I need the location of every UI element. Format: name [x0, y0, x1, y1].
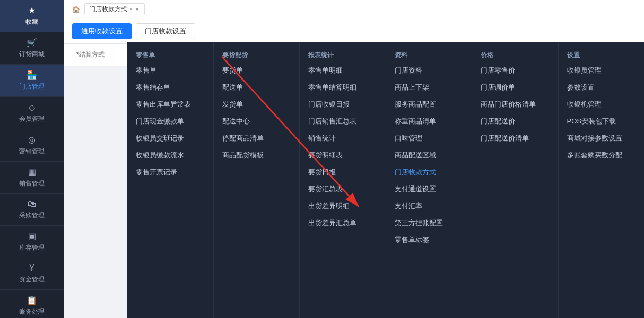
- dropdown-menu: 零售单 零售单 零售结存单 零售出库单异常表 门店现金缴款单 收银员交班记录 收…: [127, 42, 644, 318]
- menu-item-payment-rate[interactable]: 支付汇率: [386, 198, 472, 215]
- tab-bar: 通用收款设置 门店收款设置: [64, 19, 644, 44]
- menu-item-retail-invoice[interactable]: 零售开票记录: [127, 164, 213, 181]
- menu-item-service-goods[interactable]: 服务商品配置: [386, 96, 472, 113]
- sidebar-item-label: 资金管理: [19, 275, 45, 284]
- menu-item-retail-price[interactable]: 门店零售价: [472, 62, 558, 79]
- menu-item-sales-summary[interactable]: 门店销售汇总表: [300, 113, 386, 130]
- menu-item-retail-label[interactable]: 零售单标签: [386, 232, 472, 249]
- menu-col-retail: 零售单 零售单 零售结存单 零售出库单异常表 门店现金缴款单 收银员交班记录 收…: [127, 42, 214, 318]
- sidebar-item-favorites[interactable]: ★ 收藏: [0, 0, 64, 32]
- sidebar-item-label: 库存管理: [19, 243, 45, 252]
- sidebar-item-funds-mgmt[interactable]: ¥ 资金管理: [0, 258, 64, 290]
- menu-item-order-daily[interactable]: 要货日报: [300, 164, 386, 181]
- home-icon[interactable]: 🏠: [72, 6, 80, 13]
- menu-item-retail-abnormal[interactable]: 零售出库单异常表: [127, 96, 213, 113]
- menu-item-order[interactable]: 要货单: [214, 62, 300, 79]
- sidebar-item-label: 门店管理: [19, 82, 45, 91]
- sidebar-item-label: 账务处理: [19, 307, 45, 316]
- menu-item-param-settings[interactable]: 参数设置: [559, 79, 645, 96]
- current-tab: 门店收款方式 × ▼: [84, 3, 145, 15]
- sidebar-item-member-mgmt[interactable]: ◇ 会员管理: [0, 97, 64, 129]
- menu-item-cashier-machine[interactable]: 收银机管理: [559, 96, 645, 113]
- sidebar-item-label: 订货商城: [19, 50, 45, 59]
- menu-item-shipment[interactable]: 发货单: [214, 96, 300, 113]
- cart-icon: 🛒: [27, 38, 37, 48]
- menu-item-payment-method[interactable]: 门店收款方式: [386, 164, 472, 181]
- menu-item-retail-order[interactable]: 零售单: [127, 62, 213, 79]
- chart-icon: ▦: [28, 167, 36, 177]
- menu-item-retail-settle[interactable]: 零售结存单: [127, 79, 213, 96]
- menu-category-report: 报表统计: [300, 47, 386, 62]
- menu-item-delivery-area[interactable]: 商品配送区域: [386, 147, 472, 164]
- menu-item-stop-dist[interactable]: 停配商品清单: [214, 130, 300, 147]
- sidebar-item-label: 销售管理: [19, 179, 45, 188]
- sidebar-item-inventory-mgmt[interactable]: ▣ 库存管理: [0, 226, 64, 258]
- menu-item-retail-detail[interactable]: 零售单明细: [300, 62, 386, 79]
- sidebar-item-order-mall[interactable]: 🛒 订货商城: [0, 32, 64, 65]
- breadcrumb-bar: 🏠 门店收款方式 × ▼: [64, 0, 644, 19]
- menu-item-order-detail[interactable]: 要货明细表: [300, 147, 386, 164]
- target-icon: ◎: [28, 135, 36, 145]
- tab-close-button[interactable]: ×: [129, 6, 133, 12]
- box-icon: ▣: [28, 231, 36, 241]
- clipboard-icon: 📋: [27, 295, 37, 305]
- menu-item-third-party[interactable]: 第三方挂账配置: [386, 215, 472, 232]
- money-icon: ¥: [30, 263, 34, 273]
- sidebar-item-label: 会员管理: [19, 114, 45, 123]
- menu-item-sales-stat[interactable]: 销售统计: [300, 130, 386, 147]
- sidebar-item-marketing[interactable]: ◎ 营销管理: [0, 129, 64, 162]
- menu-item-multi-account[interactable]: 多账套购买数分配: [559, 147, 645, 164]
- menu-item-goods-template[interactable]: 商品配货模板: [214, 147, 300, 164]
- menu-item-pos-download[interactable]: POS安装包下载: [559, 113, 645, 130]
- menu-col-order-distribution: 要货配货 要货单 配送单 发货单 配送中心 停配商品清单 商品配货模板: [214, 42, 300, 318]
- menu-item-flavor[interactable]: 口味管理: [386, 130, 472, 147]
- menu-item-diff-summary[interactable]: 出货差异汇总单: [300, 215, 386, 232]
- menu-item-cashier-flow[interactable]: 收银员缴款流水: [127, 147, 213, 164]
- menu-item-retail-settle-detail[interactable]: 零售单结算明细: [300, 79, 386, 96]
- menu-col-report: 报表统计 零售单明细 零售单结算明细 门店收银日报 门店销售汇总表 销售统计 要…: [300, 42, 386, 318]
- menu-item-payment-channel[interactable]: 支付通道设置: [386, 181, 472, 198]
- menu-item-diff-detail[interactable]: 出货差异明细: [300, 198, 386, 215]
- menu-category-data: 资料: [386, 47, 472, 62]
- menu-category-retail: 零售单: [127, 47, 213, 62]
- main-area: 🏠 门店收款方式 × ▼ 通用收款设置 门店收款设置 *结算方式 *账户 币别 …: [64, 0, 644, 318]
- bag-icon: 🛍: [28, 199, 36, 209]
- menu-item-order-summary[interactable]: 要货汇总表: [300, 181, 386, 198]
- sidebar-item-purchase-mgmt[interactable]: 🛍 采购管理: [0, 194, 64, 226]
- sidebar-item-store-mgmt[interactable]: 🏪 门店管理: [0, 65, 64, 97]
- menu-category-settings: 设置: [559, 47, 645, 62]
- sidebar-item-label: 收藏: [25, 17, 38, 26]
- menu-item-price-adjust[interactable]: 门店调价单: [472, 79, 558, 96]
- menu-item-cashier-daily[interactable]: 门店收银日报: [300, 96, 386, 113]
- tab-store-payment[interactable]: 门店收款设置: [136, 23, 195, 39]
- menu-category-price: 价格: [472, 47, 558, 62]
- star-icon: ★: [28, 5, 36, 15]
- menu-item-store-info[interactable]: 门店资料: [386, 62, 472, 79]
- sidebar-item-sales-mgmt[interactable]: ▦ 销售管理: [0, 162, 64, 194]
- menu-item-delivery-price[interactable]: 门店配送价: [472, 113, 558, 130]
- menu-item-weight-goods[interactable]: 称重商品清单: [386, 113, 472, 130]
- menu-col-data: 资料 门店资料 商品上下架 服务商品配置 称重商品清单 口味管理 商品配送区域 …: [386, 42, 473, 318]
- menu-item-cashier-shift[interactable]: 收银员交班记录: [127, 130, 213, 147]
- menu-item-price-list[interactable]: 商品门店价格清单: [472, 96, 558, 113]
- menu-item-cash-payment[interactable]: 门店现金缴款单: [127, 113, 213, 130]
- menu-item-mall-params[interactable]: 商城对接参数设置: [559, 130, 645, 147]
- tab-general-payment[interactable]: 通用收款设置: [72, 23, 132, 39]
- menu-col-settings: 设置 收银员管理 参数设置 收银机管理 POS安装包下载 商城对接参数设置 多账…: [559, 42, 645, 318]
- sidebar-item-accounting[interactable]: 📋 账务处理: [0, 290, 64, 318]
- menu-col-price: 价格 门店零售价 门店调价单 商品门店价格清单 门店配送价 门店配送价清单: [472, 42, 559, 318]
- menu-item-delivery-price-list[interactable]: 门店配送价清单: [472, 130, 558, 147]
- menu-item-dist-center[interactable]: 配送中心: [214, 113, 300, 130]
- diamond-icon: ◇: [29, 102, 35, 112]
- sidebar-item-label: 营销管理: [19, 147, 45, 156]
- menu-item-cashier-mgmt[interactable]: 收银员管理: [559, 62, 645, 79]
- tab-dropdown-button[interactable]: ▼: [135, 6, 140, 12]
- menu-category-order: 要货配货: [214, 47, 300, 62]
- menu-item-goods-online[interactable]: 商品上下架: [386, 79, 472, 96]
- sidebar-item-label: 采购管理: [19, 211, 45, 220]
- menu-item-distribution[interactable]: 配送单: [214, 79, 300, 96]
- store-icon: 🏪: [27, 70, 37, 80]
- sidebar: ★ 收藏 🛒 订货商城 🏪 门店管理 ◇ 会员管理 ◎ 营销管理 ▦ 销售管理 …: [0, 0, 64, 318]
- tab-label: 门店收款方式: [89, 5, 127, 14]
